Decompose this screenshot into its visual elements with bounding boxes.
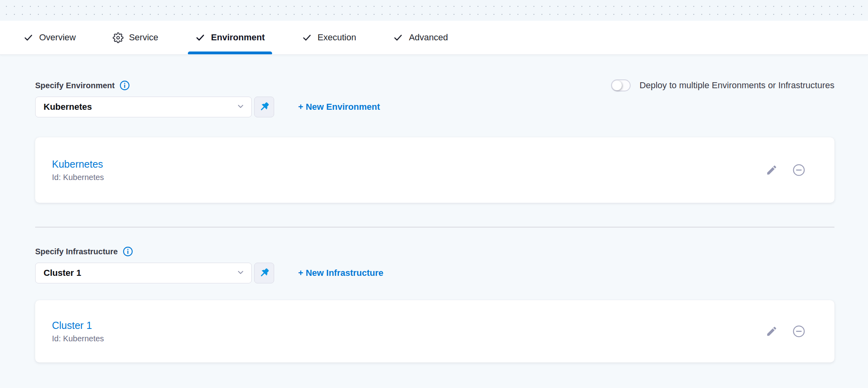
dotted-header-strip bbox=[0, 0, 868, 21]
tab-label: Advanced bbox=[409, 32, 448, 43]
info-icon[interactable] bbox=[123, 246, 133, 257]
environment-select-value: Kubernetes bbox=[44, 102, 92, 112]
chevron-down-icon bbox=[236, 102, 245, 112]
environment-card-title-link[interactable]: Kubernetes bbox=[52, 158, 103, 170]
tab-environment[interactable]: Environment bbox=[188, 21, 272, 54]
check-icon bbox=[302, 32, 312, 43]
environment-card-id: Id: Kubernetes bbox=[52, 173, 104, 182]
new-environment-link[interactable]: + New Environment bbox=[298, 102, 380, 112]
environment-tab-panel: Specify Environment Deploy to multiple E… bbox=[0, 54, 868, 388]
info-icon[interactable] bbox=[119, 80, 130, 91]
check-icon bbox=[393, 32, 403, 43]
infrastructure-card-title-link[interactable]: Cluster 1 bbox=[52, 320, 92, 331]
stage-tabbar: Overview Service Environment Execution A… bbox=[0, 21, 868, 54]
pin-button[interactable] bbox=[254, 263, 274, 283]
tab-service[interactable]: Service bbox=[106, 21, 165, 54]
multi-env-toggle-label: Deploy to multiple Environments or Infra… bbox=[639, 80, 834, 91]
tab-label: Service bbox=[129, 32, 158, 43]
toggle-knob bbox=[612, 81, 622, 90]
pin-button[interactable] bbox=[254, 97, 274, 117]
check-icon bbox=[195, 32, 205, 43]
infrastructure-card-id: Id: Kubernetes bbox=[52, 334, 104, 343]
environment-select[interactable]: Kubernetes bbox=[35, 97, 252, 117]
stage-settings-page: Overview Service Environment Execution A… bbox=[0, 0, 868, 388]
infrastructure-card: Cluster 1 Id: Kubernetes bbox=[35, 300, 834, 362]
tab-label: Overview bbox=[39, 32, 76, 43]
multi-env-toggle[interactable] bbox=[611, 79, 631, 91]
environment-card: Kubernetes Id: Kubernetes bbox=[35, 137, 834, 203]
tab-label: Execution bbox=[318, 32, 356, 43]
edit-button[interactable] bbox=[766, 164, 778, 176]
chevron-down-icon bbox=[236, 268, 245, 278]
check-icon bbox=[23, 32, 34, 43]
infrastructure-select[interactable]: Cluster 1 bbox=[35, 263, 252, 283]
specify-infrastructure-label: Specify Infrastructure bbox=[35, 247, 118, 256]
section-divider bbox=[35, 227, 834, 228]
infrastructure-section: Specify Infrastructure Cluster 1 + New I… bbox=[35, 246, 834, 362]
gear-icon bbox=[113, 32, 123, 43]
tab-overview[interactable]: Overview bbox=[16, 21, 83, 54]
tab-label: Environment bbox=[211, 32, 265, 43]
environment-section: Specify Environment Deploy to multiple E… bbox=[35, 80, 834, 203]
edit-button[interactable] bbox=[766, 325, 778, 337]
remove-button[interactable] bbox=[792, 163, 806, 177]
specify-environment-label: Specify Environment bbox=[35, 81, 115, 90]
tab-execution[interactable]: Execution bbox=[295, 21, 364, 54]
tab-advanced[interactable]: Advanced bbox=[386, 21, 455, 54]
new-infrastructure-link[interactable]: + New Infrastructure bbox=[298, 268, 383, 278]
remove-button[interactable] bbox=[792, 325, 806, 338]
infrastructure-select-value: Cluster 1 bbox=[44, 268, 81, 278]
multi-env-toggle-row: Deploy to multiple Environments or Infra… bbox=[611, 79, 834, 91]
